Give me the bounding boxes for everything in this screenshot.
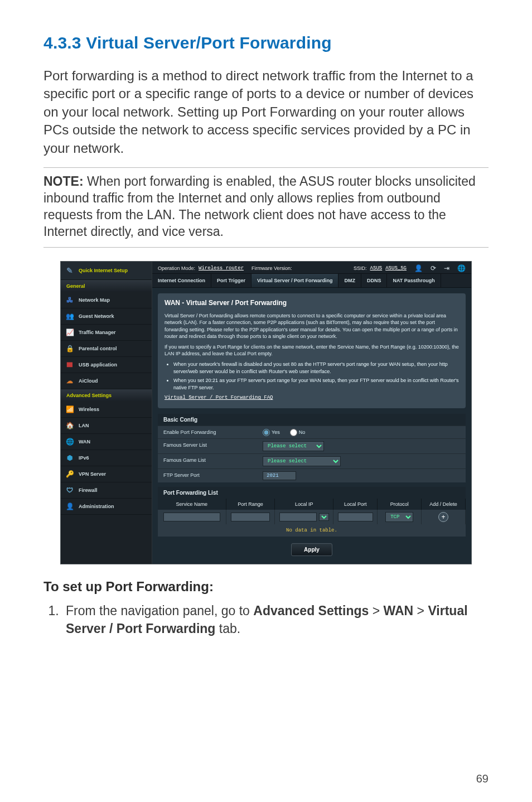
radio-yes[interactable] [263,429,270,436]
fw-label: Firmware Version: [252,265,292,271]
cloud-icon: ☁ [65,376,74,385]
sidebar-item-administration[interactable]: 👤Administration [61,499,152,515]
local-port-input[interactable] [338,513,373,521]
tab-ddns[interactable]: DDNS [361,274,388,287]
note-text: When port forwarding is enabled, the ASU… [43,174,476,239]
tab-dmz[interactable]: DMZ [338,274,361,287]
panel-bullet-1: When your network's firewall is disabled… [173,361,459,375]
sidebar-item-label: USB application [79,362,117,368]
col-port-range: Port Range [226,499,275,510]
sidebar-item-network-map[interactable]: 🖧Network Map [61,292,152,308]
user-icon[interactable]: 👤 [414,264,423,272]
tab-port-trigger[interactable]: Port Trigger [211,274,252,287]
sidebar-item-wan[interactable]: 🌐WAN [61,434,152,450]
note-label: NOTE: [43,174,84,189]
basic-config-form: Enable Port Forwarding Yes No Famous Ser… [158,426,466,482]
sidebar-item-wireless[interactable]: 📶Wireless [61,402,152,418]
lang-icon[interactable]: 🌐 [457,264,466,272]
service-name-input[interactable] [163,513,220,521]
protocol-select[interactable]: TCP [385,512,413,522]
sidebar-quick-internet-setup[interactable]: ✎ Quick Internet Setup [61,262,152,280]
local-ip-select[interactable] [319,513,329,521]
sidebar-item-label: Guest Network [79,313,114,319]
col-local-port: Local Port [333,499,378,510]
yes-label: Yes [272,429,280,435]
info-panel: WAN - Virtual Server / Port Forwarding V… [158,293,466,409]
no-data-message: No data in table. [158,524,466,537]
qis-label: Quick Internet Setup [79,268,128,273]
tab-virtual-server[interactable]: Virtual Server / Port Forwarding [252,274,338,287]
instruction-step-1: From the navigation panel, go to Advance… [62,602,489,637]
intro-paragraph: Port forwarding is a method to direct ne… [43,67,489,157]
pf-table: Service Name Port Range Local IP Local P… [158,499,466,524]
sidebar-item-vpn-server[interactable]: 🔑VPN Server [61,466,152,482]
sidebar-item-label: VPN Server [79,471,106,477]
enable-pf-label: Enable Port Forwarding [158,426,258,438]
sidebar-item-lan[interactable]: 🏠LAN [61,418,152,434]
sidebar-item-guest-network[interactable]: 👥Guest Network [61,308,152,325]
col-service-name: Service Name [158,499,226,510]
famous-server-select[interactable]: Please select [263,441,324,451]
step1-wan: WAN [384,603,414,618]
tab-nat-passthrough[interactable]: NAT Passthrough [387,274,441,287]
logout-icon[interactable]: ⇥ [444,264,449,272]
ipv6-icon: ⬢ [65,453,74,462]
sidebar-item-label: Traffic Manager [79,330,116,335]
section-heading: 4.3.3 Virtual Server/Port Forwarding [43,33,489,52]
sidebar-item-label: LAN [79,423,89,428]
sidebar-item-firewall[interactable]: 🛡Firewall [61,482,152,499]
main-panel: Operation Mode: Wireless router Firmware… [152,262,471,564]
sidebar: ✎ Quick Internet Setup General 🖧Network … [61,262,152,564]
pf-list-header: Port Forwarding List [158,487,466,499]
topbar: Operation Mode: Wireless router Firmware… [152,262,471,274]
reboot-icon[interactable]: ⟳ [431,264,436,272]
sidebar-advanced-header: Advanced Settings [61,389,152,402]
lock-icon: 🔒 [65,344,74,353]
local-ip-input[interactable] [279,513,317,521]
apply-button[interactable]: Apply [291,543,332,556]
add-button[interactable]: + [438,512,448,522]
step1-adv: Advanced Settings [253,603,369,618]
famous-game-label: Famous Game List [158,454,258,468]
famous-server-label: Famous Server List [158,439,258,453]
sidebar-item-label: IPv6 [79,455,89,461]
ssid-value-2[interactable]: ASUS_5G [385,265,407,271]
page-number: 69 [476,772,489,785]
sidebar-item-usb-application[interactable]: ⯀USB application [61,357,152,373]
step1-sep1: > [369,603,383,618]
instructions-heading: To set up Port Forwarding: [43,579,489,595]
ssid-value-1[interactable]: ASUS [370,265,383,271]
sidebar-item-label: Wireless [79,407,99,412]
wifi-icon: 📶 [65,405,74,414]
step1-text: From the navigation panel, go to [66,603,253,618]
sidebar-item-ipv6[interactable]: ⬢IPv6 [61,450,152,466]
sidebar-item-label: Parental control [79,346,117,351]
op-mode-value[interactable]: Wireless router [199,265,244,271]
radio-no[interactable] [290,429,297,436]
sidebar-item-parental-control[interactable]: 🔒Parental control [61,341,152,357]
usb-icon: ⯀ [65,360,74,369]
panel-title: WAN - Virtual Server / Port Forwarding [165,299,459,307]
step1-suffix: tab. [215,621,240,636]
faq-link[interactable]: Virtual Server / Port Forwarding FAQ [165,395,273,400]
globe-icon: 🌐 [65,437,74,446]
sidebar-item-label: Firewall [79,487,98,493]
sidebar-item-traffic-manager[interactable]: 📈Traffic Manager [61,325,152,341]
port-range-input[interactable] [231,513,270,521]
graph-icon: 📈 [65,328,74,337]
tabs: Internet Connection Port Trigger Virtual… [152,274,471,288]
enable-pf-yes[interactable]: Yes [263,429,280,436]
note-box: NOTE: When port forwarding is enabled, t… [43,167,489,248]
shield-icon: 🛡 [65,486,74,495]
no-label: No [299,429,306,435]
famous-game-select[interactable]: Please select [263,456,341,466]
users-icon: 👥 [65,312,74,321]
wand-icon: ✎ [65,266,74,275]
ftp-port-input[interactable] [263,471,296,480]
sidebar-item-aicloud[interactable]: ☁AiCloud [61,373,152,389]
enable-pf-no[interactable]: No [290,429,306,436]
panel-bullet-2: When you set 20:21 as your FTP server's … [173,377,459,391]
panel-p2: If you want to specify a Port Range for … [165,344,459,357]
tab-internet-connection[interactable]: Internet Connection [152,274,211,287]
instructions-list: From the navigation panel, go to Advance… [43,602,489,637]
